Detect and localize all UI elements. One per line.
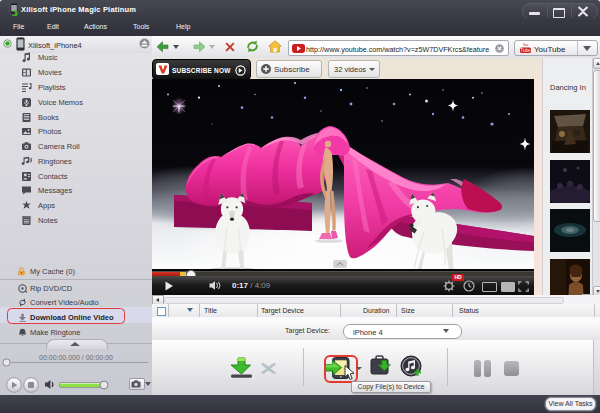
svg-text:Tube: Tube bbox=[520, 48, 531, 53]
svg-text:You: You bbox=[523, 43, 529, 47]
